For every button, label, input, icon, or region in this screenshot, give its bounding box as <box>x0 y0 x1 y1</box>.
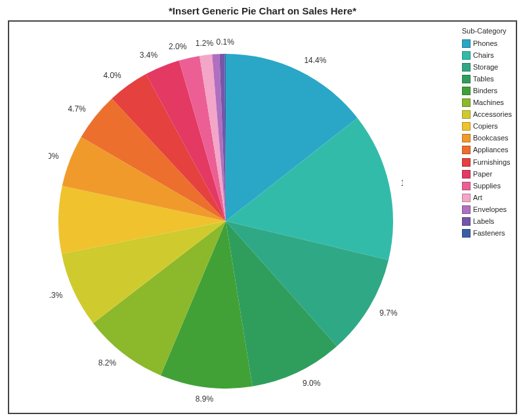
slice-label: 1.2% <box>196 39 214 48</box>
slice-label: 4.7% <box>68 104 86 114</box>
slice-label: 4.0% <box>103 71 121 80</box>
legend-label: Chairs <box>473 50 494 61</box>
slice-label: 8.2% <box>98 358 117 368</box>
slice-label: 9.0% <box>303 379 321 388</box>
legend-label: Binders <box>473 85 497 96</box>
legend-item: Labels <box>462 216 512 227</box>
legend-item: Storage <box>462 62 512 73</box>
legend-item: Fasteners <box>462 228 512 239</box>
legend: Sub-Category PhonesChairsStorageTablesBi… <box>462 26 512 240</box>
legend-label: Fasteners <box>473 228 505 239</box>
slice-label: 9.7% <box>379 308 398 318</box>
legend-label: Supplies <box>473 180 501 192</box>
legend-swatch <box>462 170 471 178</box>
legend-item: Tables <box>462 74 512 85</box>
slice-label: 8.9% <box>196 394 214 404</box>
legend-swatch <box>462 39 471 48</box>
legend-swatch <box>462 217 471 226</box>
legend-label: Labels <box>473 216 494 227</box>
legend-label: Copiers <box>473 121 498 132</box>
legend-item: Binders <box>462 85 512 96</box>
slice-label: 3.4% <box>140 51 158 60</box>
legend-swatch <box>462 134 471 142</box>
legend-label: Machines <box>473 97 504 108</box>
chart-frame: 14.4%14.3%9.7%9.0%8.9%8.2%7.3%6.5%5.0%4.… <box>8 20 517 414</box>
legend-swatch <box>462 194 471 202</box>
legend-item: Chairs <box>462 50 512 61</box>
legend-item: Copiers <box>462 121 512 132</box>
legend-label: Appliances <box>473 144 509 156</box>
legend-label: Accessories <box>473 109 512 120</box>
legend-item: Machines <box>462 97 512 108</box>
legend-label: Envelopes <box>473 204 507 215</box>
legend-swatch <box>462 51 471 60</box>
legend-swatch <box>462 229 471 238</box>
legend-swatch <box>462 146 471 154</box>
legend-label: Storage <box>473 62 499 73</box>
legend-label: Phones <box>473 38 497 49</box>
slice-label: 7.3% <box>49 291 63 300</box>
legend-label: Paper <box>473 169 492 180</box>
legend-swatch <box>462 87 471 95</box>
legend-swatch <box>462 75 471 83</box>
legend-item: Accessories <box>462 109 512 120</box>
legend-label: Tables <box>473 74 494 85</box>
legend-swatch <box>462 182 471 190</box>
chart-title: *Insert Generic Pie Chart on Sales Here* <box>8 5 517 16</box>
legend-swatch <box>462 158 471 167</box>
pie-chart: 14.4%14.3%9.7%9.0%8.9%8.2%7.3%6.5%5.0%4.… <box>49 36 403 404</box>
legend-item: Paper <box>462 169 512 180</box>
slice-label: 14.4% <box>304 56 326 65</box>
slice-label: 5.0% <box>49 152 59 161</box>
legend-swatch <box>462 110 471 119</box>
legend-title: Sub-Category <box>462 26 512 37</box>
legend-swatch <box>462 122 471 131</box>
legend-item: Appliances <box>462 144 512 156</box>
legend-item: Bookcases <box>462 133 512 144</box>
legend-swatch <box>462 205 471 214</box>
slice-label: 14.3% <box>401 178 403 188</box>
slice-label: 2.0% <box>169 42 187 51</box>
legend-item: Phones <box>462 38 512 49</box>
legend-swatch <box>462 63 471 72</box>
legend-label: Art <box>473 192 482 203</box>
legend-item: Envelopes <box>462 204 512 215</box>
legend-label: Furnishings <box>473 157 511 168</box>
legend-label: Bookcases <box>473 133 509 144</box>
legend-item: Art <box>462 192 512 203</box>
legend-item: Furnishings <box>462 157 512 168</box>
slice-label: 0.1% <box>216 37 234 47</box>
legend-swatch <box>462 98 471 107</box>
legend-item: Supplies <box>462 180 512 192</box>
